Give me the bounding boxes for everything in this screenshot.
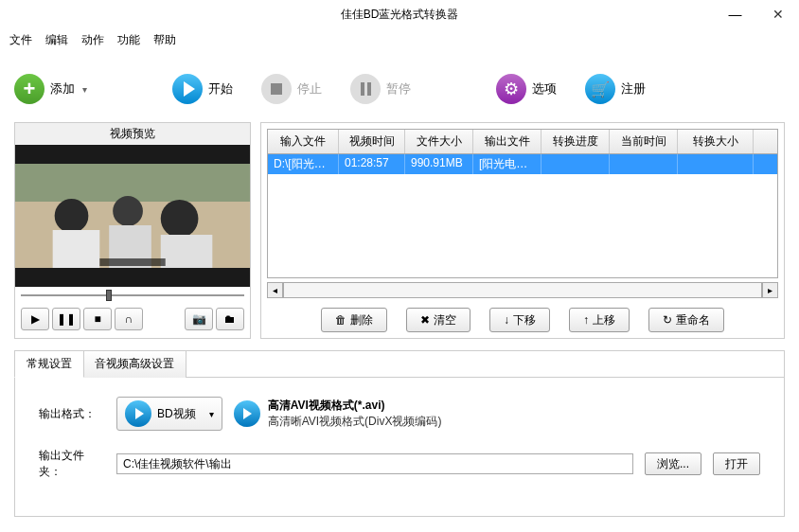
format-subtitle: 高清晰AVI视频格式(DivX视频编码): [268, 414, 442, 430]
cell-output: [阳光电影...: [473, 154, 542, 174]
rename-button[interactable]: ↻重命名: [648, 308, 724, 332]
add-button[interactable]: 添加 ▾: [14, 74, 87, 104]
format-combo-value: BD视频: [157, 406, 196, 422]
pause-button[interactable]: 暂停: [350, 74, 411, 104]
col-outsize[interactable]: 转换大小: [678, 130, 754, 153]
gear-icon: [496, 74, 526, 104]
preview-title: 视频预览: [15, 123, 250, 145]
menu-help[interactable]: 帮助: [153, 32, 176, 48]
action-row: 🗑删除 ✖清空 ↓下移 ↑上移 ↻重命名: [267, 308, 778, 332]
col-current[interactable]: 当前时间: [610, 130, 678, 153]
close-button[interactable]: ✕: [756, 0, 799, 28]
pc-snapshot-button[interactable]: 📷: [185, 308, 213, 330]
register-label: 注册: [621, 80, 646, 98]
options-button[interactable]: 选项: [496, 74, 557, 104]
open-button[interactable]: 打开: [713, 452, 760, 475]
svg-point-5: [161, 200, 199, 238]
col-size[interactable]: 文件大小: [405, 130, 473, 153]
down-arrow-icon: ↓: [504, 313, 509, 327]
table-row[interactable]: D:\[阳光电... 01:28:57 990.91MB [阳光电影...: [268, 154, 777, 174]
format-label: 输出格式：: [39, 406, 105, 422]
tab-headers: 常规设置 音视频高级设置: [15, 351, 784, 378]
stop-button[interactable]: 停止: [261, 74, 322, 104]
move-down-button[interactable]: ↓下移: [489, 308, 550, 332]
delete-button[interactable]: 🗑删除: [321, 308, 387, 332]
grid-header: 输入文件 视频时间 文件大小 输出文件 转换进度 当前时间 转换大小: [268, 130, 777, 154]
preview-panel: 视频预览 ▶ ❚❚ ■ ∩ 📷 🖿: [14, 122, 251, 339]
refresh-icon: ↻: [663, 313, 672, 327]
menu-edit[interactable]: 编辑: [45, 32, 68, 48]
cell-outsize: [678, 154, 754, 174]
file-panel: 输入文件 视频时间 文件大小 输出文件 转换进度 当前时间 转换大小 D:\[阳…: [260, 122, 785, 339]
menu-function[interactable]: 功能: [117, 32, 140, 48]
file-grid: 输入文件 视频时间 文件大小 输出文件 转换进度 当前时间 转换大小 D:\[阳…: [267, 129, 778, 278]
folder-label: 输出文件夹：: [39, 448, 105, 480]
cart-icon: [585, 74, 615, 104]
start-button[interactable]: 开始: [172, 74, 233, 104]
tab-advanced[interactable]: 音视频高级设置: [82, 350, 186, 378]
svg-point-3: [55, 199, 89, 233]
move-up-button[interactable]: ↑上移: [569, 308, 630, 332]
col-progress[interactable]: 转换进度: [542, 130, 610, 153]
col-duration[interactable]: 视频时间: [339, 130, 405, 153]
pc-folder-button[interactable]: 🖿: [216, 308, 244, 330]
window-title: 佳佳BD蓝光格式转换器: [341, 7, 459, 23]
menu-file[interactable]: 文件: [9, 32, 32, 48]
h-scrollbar[interactable]: ◂ ▸: [267, 282, 778, 298]
cell-size: 990.91MB: [405, 154, 473, 174]
start-label: 开始: [208, 80, 233, 98]
col-output[interactable]: 输出文件: [473, 130, 542, 153]
browse-button[interactable]: 浏览...: [645, 452, 701, 475]
settings-panel: 常规设置 音视频高级设置 输出格式： BD视频 ▾ 高清AVI视频格式(*.av…: [14, 350, 785, 517]
format-title: 高清AVI视频格式(*.avi): [268, 398, 442, 414]
svg-rect-6: [53, 230, 100, 268]
x-icon: ✖: [420, 313, 430, 327]
col-input[interactable]: 输入文件: [268, 130, 339, 153]
dropdown-arrow-icon: ▾: [82, 84, 87, 95]
minimize-button[interactable]: —: [714, 0, 756, 28]
menu-bar: 文件 编辑 动作 功能 帮助: [0, 28, 799, 51]
disc-icon: [125, 400, 151, 427]
pc-stop-button[interactable]: ■: [83, 308, 112, 330]
seek-slider[interactable]: [15, 287, 250, 304]
preview-video[interactable]: [15, 145, 250, 287]
format-description: 高清AVI视频格式(*.avi) 高清晰AVI视频格式(DivX视频编码): [234, 398, 442, 430]
menu-action[interactable]: 动作: [81, 32, 104, 48]
window-controls: — ✕: [714, 0, 799, 28]
svg-rect-8: [161, 235, 213, 268]
up-arrow-icon: ↑: [583, 313, 589, 327]
output-folder-input[interactable]: [116, 453, 633, 474]
preview-controls: ▶ ❚❚ ■ ∩ 📷 🖿: [15, 304, 250, 338]
svg-point-4: [113, 196, 143, 226]
register-button[interactable]: 注册: [585, 74, 646, 104]
title-bar: 佳佳BD蓝光格式转换器 — ✕: [0, 0, 799, 28]
svg-rect-9: [99, 258, 165, 266]
scroll-track[interactable]: [283, 282, 762, 298]
cell-current: [610, 154, 678, 174]
scroll-left-button[interactable]: ◂: [267, 282, 283, 298]
cell-duration: 01:28:57: [339, 154, 405, 174]
stop-icon: [261, 74, 292, 104]
clear-button[interactable]: ✖清空: [406, 308, 471, 332]
pc-pause-button[interactable]: ❚❚: [52, 308, 80, 330]
toolbar: 添加 ▾ 开始 停止 暂停 选项 注册: [0, 61, 799, 117]
tab-general[interactable]: 常规设置: [14, 350, 84, 378]
grid-body[interactable]: D:\[阳光电... 01:28:57 990.91MB [阳光电影...: [268, 154, 777, 277]
play-icon: [172, 74, 203, 104]
add-icon: [14, 74, 44, 104]
trash-icon: 🗑: [335, 313, 346, 327]
pause-icon: [350, 74, 381, 104]
pc-audio-button[interactable]: ∩: [115, 308, 143, 330]
tab-body: 输出格式： BD视频 ▾ 高清AVI视频格式(*.avi) 高清晰AVI视频格式…: [15, 377, 784, 516]
format-combo[interactable]: BD视频 ▾: [116, 397, 222, 431]
cell-progress: [542, 154, 610, 174]
scroll-right-button[interactable]: ▸: [762, 282, 778, 298]
add-label: 添加: [50, 80, 75, 98]
stop-label: 停止: [297, 80, 322, 98]
pc-play-button[interactable]: ▶: [21, 308, 49, 330]
pause-label: 暂停: [386, 80, 411, 98]
cell-input: D:\[阳光电...: [268, 154, 339, 174]
chevron-down-icon: ▾: [209, 409, 214, 419]
disc-icon: [234, 400, 260, 427]
svg-rect-2: [15, 164, 250, 202]
